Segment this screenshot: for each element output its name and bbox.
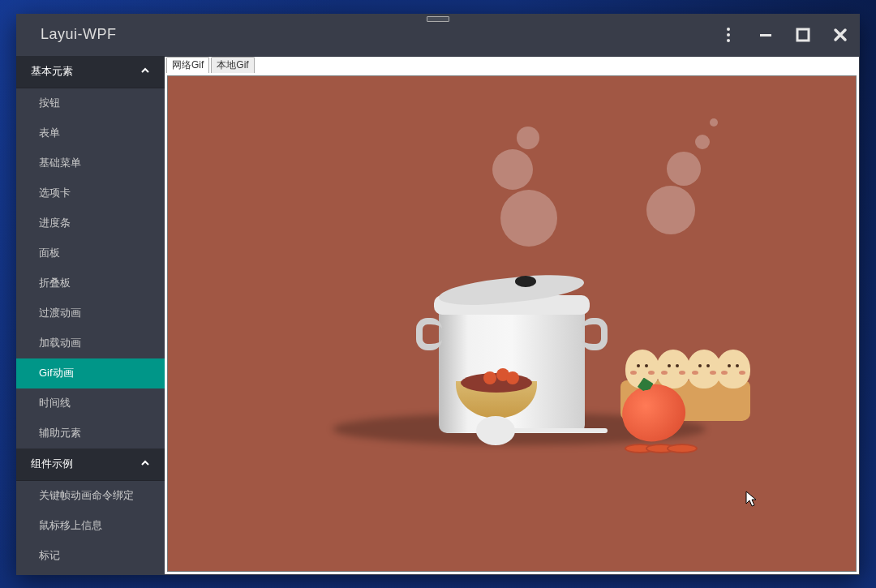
steam-bubble bbox=[492, 149, 533, 190]
more-vertical-icon[interactable] bbox=[720, 27, 736, 43]
app-window: Layui-WPF 基本元素 按钮 表单 bbox=[16, 14, 860, 575]
sidebar[interactable]: 基本元素 按钮 表单 基础菜单 选项卡 进度条 面板 折叠板 过渡动画 加载动画… bbox=[16, 56, 165, 575]
ladle bbox=[476, 416, 608, 445]
sidebar-item-label: 辅助元素 bbox=[39, 426, 81, 440]
sidebar-item-label: 过渡动画 bbox=[39, 306, 81, 320]
sidebar-item-label: 时间线 bbox=[39, 396, 71, 410]
sidebar-group-label: 组件示例 bbox=[31, 457, 73, 471]
sidebar-group-label: 基本元素 bbox=[31, 64, 73, 79]
titlebar-grabber[interactable] bbox=[427, 16, 449, 22]
sidebar-item-label: 标记 bbox=[39, 548, 60, 563]
svg-point-2 bbox=[727, 39, 730, 42]
sidebar-item-label: 关键帧动画命令绑定 bbox=[39, 488, 134, 503]
sidebar-item-auxiliary[interactable]: 辅助元素 bbox=[16, 418, 165, 449]
sidebar-item-collapse[interactable]: 折叠板 bbox=[16, 268, 165, 298]
sidebar-group-components[interactable]: 组件示例 bbox=[16, 449, 165, 481]
svg-rect-4 bbox=[797, 29, 809, 41]
sidebar-item-label: 选项卡 bbox=[39, 186, 71, 200]
window-controls bbox=[720, 27, 848, 43]
window-body: 基本元素 按钮 表单 基础菜单 选项卡 进度条 面板 折叠板 过渡动画 加载动画… bbox=[16, 56, 860, 575]
steam-bubble bbox=[517, 127, 539, 149]
sidebar-item-label: 鼠标移上信息 bbox=[39, 518, 102, 533]
sidebar-item-form[interactable]: 表单 bbox=[16, 118, 165, 148]
tomato-slices bbox=[634, 444, 698, 453]
steam-bubble bbox=[695, 135, 710, 149]
steam-bubble bbox=[646, 186, 695, 234]
svg-point-1 bbox=[727, 33, 730, 36]
svg-point-0 bbox=[727, 28, 730, 31]
sidebar-item-progress[interactable]: 进度条 bbox=[16, 208, 165, 238]
sidebar-item-label: 进度条 bbox=[39, 216, 71, 230]
gif-canvas bbox=[167, 75, 857, 572]
sidebar-item-panel[interactable]: 面板 bbox=[16, 238, 165, 268]
content-pane: 网络Gif 本地Gif bbox=[165, 57, 859, 574]
sidebar-item-button[interactable]: 按钮 bbox=[16, 88, 165, 118]
tab-local-gif[interactable]: 本地Gif bbox=[211, 57, 254, 73]
sidebar-item-transition[interactable]: 过渡动画 bbox=[16, 298, 165, 328]
steam-bubble bbox=[667, 152, 701, 186]
sidebar-item-label: 表单 bbox=[39, 126, 60, 140]
sidebar-item-tabs[interactable]: 选项卡 bbox=[16, 178, 165, 208]
tab-label: 本地Gif bbox=[217, 58, 248, 72]
mouse-cursor-icon bbox=[745, 491, 758, 510]
close-icon[interactable] bbox=[832, 27, 848, 43]
sidebar-group-basic[interactable]: 基本元素 bbox=[16, 56, 165, 88]
sidebar-item-label: Gif动画 bbox=[39, 366, 74, 380]
sidebar-item-badge[interactable]: 标记 bbox=[16, 541, 165, 571]
app-title: Layui-WPF bbox=[41, 26, 117, 43]
chevron-up-icon bbox=[140, 458, 150, 470]
sidebar-item-keyframe[interactable]: 关键帧动画命令绑定 bbox=[16, 481, 165, 511]
sidebar-item-label: 面板 bbox=[39, 246, 60, 260]
canvas-wrap bbox=[165, 73, 859, 574]
sidebar-item-gif[interactable]: Gif动画 bbox=[16, 358, 165, 388]
sidebar-item-label: 按钮 bbox=[39, 96, 60, 110]
tab-label: 网络Gif bbox=[172, 58, 204, 72]
sidebar-item-label: 加载动画 bbox=[39, 336, 81, 350]
steam-bubble bbox=[500, 190, 557, 247]
chevron-up-icon bbox=[140, 66, 150, 78]
minimize-icon[interactable] bbox=[758, 27, 774, 43]
svg-rect-3 bbox=[760, 34, 771, 36]
sidebar-item-hoverinfo[interactable]: 鼠标移上信息 bbox=[16, 511, 165, 541]
maximize-icon[interactable] bbox=[795, 27, 811, 43]
tab-network-gif[interactable]: 网络Gif bbox=[166, 57, 209, 73]
sidebar-item-label: 基础菜单 bbox=[39, 156, 81, 170]
sidebar-item-timeline[interactable]: 时间线 bbox=[16, 388, 165, 418]
sidebar-item-basemenu[interactable]: 基础菜单 bbox=[16, 148, 165, 178]
steam-bubble bbox=[710, 118, 718, 127]
sidebar-item-label: 折叠板 bbox=[39, 276, 71, 290]
content-tabbar: 网络Gif 本地Gif bbox=[165, 57, 859, 73]
sidebar-item-loading[interactable]: 加载动画 bbox=[16, 328, 165, 358]
